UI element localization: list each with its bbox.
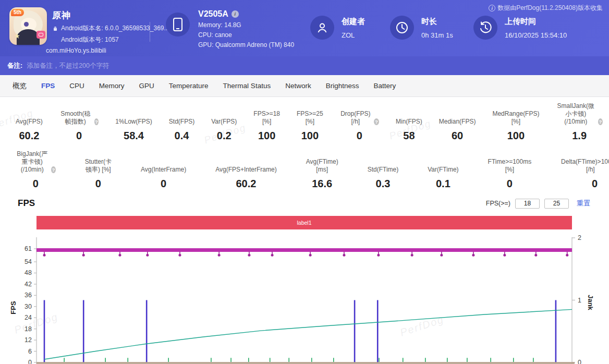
stat-value: 100: [507, 130, 525, 142]
svg-text:0: 0: [578, 359, 581, 364]
stat-value: 0.1: [436, 178, 450, 190]
stat-label: FPS>=18 [%]: [253, 110, 280, 126]
android-icon: [52, 26, 58, 32]
stat-value: 1.9: [572, 130, 587, 142]
tab-brightness[interactable]: Brightness: [319, 82, 367, 90]
stat-label: FTime>=100ms [%]: [488, 158, 532, 174]
tab-battery[interactable]: Battery: [366, 82, 403, 90]
stat-label: Smooth(稳帧指数)?: [59, 110, 99, 126]
fps-drop-dot: [503, 254, 506, 257]
stat-value: 58: [403, 130, 415, 142]
stat-value: 100: [258, 130, 275, 142]
stat-value: 16.6: [312, 178, 332, 190]
series-cumulative-trend: [44, 309, 572, 359]
divider: [150, 22, 150, 42]
stat-min-fps-: Min(FPS)58: [396, 110, 422, 142]
stat-value: 60.2: [236, 178, 256, 190]
svg-text:2: 2: [578, 234, 581, 241]
stat-label: Delta(FTime)>100ms [/h]?: [561, 158, 609, 174]
help-icon[interactable]: ?: [51, 166, 55, 173]
upload-label: 上传时间: [505, 17, 567, 27]
stat-1%low-fps-: 1%Low(FPS)58.4: [115, 110, 152, 142]
fps-jank-chart-canvas[interactable]: PerfDogPerfDog06121824303642485461012FPS…: [0, 229, 609, 364]
help-icon[interactable]: ?: [598, 118, 603, 125]
stat-drop-fps-h-: Drop(FPS) [/h]?0: [340, 110, 379, 142]
device-gpu: GPU: Qualcomm Adreno (TM) 840: [198, 41, 294, 48]
note-bar: 备注:: [0, 56, 609, 75]
svg-text:61: 61: [25, 245, 32, 252]
stat-label: Stutter(卡顿率) [%]: [85, 158, 112, 174]
stat-std-ftime-: Std(FTime)0.3: [368, 158, 399, 190]
note-input[interactable]: [27, 62, 602, 69]
fps-section-header: FPS FPS(>=) 重置: [0, 192, 609, 212]
svg-text:36: 36: [25, 292, 32, 299]
stat-fps-25-%-: FPS>=25 [%]100: [297, 110, 323, 142]
fps-chart: PerfDogPerfDog06121824303642485461012FPS…: [0, 229, 609, 364]
tab-概览[interactable]: 概览: [5, 81, 34, 91]
stat-value: 0: [592, 178, 598, 190]
fps-drop-dot: [566, 254, 568, 257]
stat-delta-ftime-100ms-h-: Delta(FTime)>100ms [/h]?0: [561, 158, 609, 190]
android-version-code: Android版本号: 1057: [61, 35, 119, 44]
stat-smooth-: Smooth(稳帧指数)?0: [59, 110, 99, 142]
fps-drop-dot: [178, 254, 181, 257]
app-package: com.miHoYo.ys.bilibili: [46, 47, 169, 54]
tab-network[interactable]: Network: [278, 82, 319, 90]
info-icon: i: [489, 5, 495, 11]
tab-cpu[interactable]: CPU: [62, 82, 92, 90]
help-icon[interactable]: ?: [374, 118, 379, 125]
android-version-name: Android版本名: 6.0.0_36598533_369...: [61, 24, 169, 33]
fps-drop-dot: [43, 254, 46, 257]
fps-drop-dot: [146, 254, 149, 257]
stat-label: Avg(FPS+InterFrame): [215, 158, 276, 174]
creator-value: ZOL: [342, 31, 365, 39]
tab-temperature[interactable]: Temperature: [162, 82, 216, 90]
stat-label: Var(FTime): [428, 158, 458, 174]
stat-std-fps-: Std(FPS)0.4: [169, 110, 194, 142]
stat-avg-interframe-: Avg(InterFrame)0: [141, 158, 186, 190]
tab-gpu[interactable]: GPU: [132, 82, 162, 90]
stat-value: 60: [452, 130, 463, 142]
device-cpu: CPU: canoe: [198, 31, 294, 39]
tab-memory[interactable]: Memory: [92, 82, 132, 90]
fps-threshold-input-2[interactable]: [544, 199, 569, 209]
fps-drop-dot: [472, 254, 474, 257]
reset-button[interactable]: 重置: [577, 199, 590, 208]
stat-label: Median(FPS): [439, 110, 476, 126]
stat-value: 0.3: [376, 178, 391, 190]
creator-label: 创建者: [342, 17, 365, 27]
stat-avg-ftime-ms-: Avg(FTime) [ms]16.6: [306, 158, 338, 190]
tab-fps[interactable]: FPS: [34, 82, 62, 90]
fps-drop-dot: [411, 254, 413, 257]
stats-summary: PerfDog PerfDog PerfDog Avg(FPS)60.2Smoo…: [0, 97, 609, 192]
tab-thermal-status[interactable]: Thermal Status: [216, 82, 278, 90]
fps-drop-dot: [534, 254, 537, 257]
stat-value: 0.4: [175, 130, 189, 142]
stat-label: Avg(InterFrame): [141, 158, 186, 174]
device-icon: [166, 13, 190, 37]
stat-avg-fps-: Avg(FPS)60.2: [16, 110, 43, 142]
fps-drop-dot: [82, 254, 85, 257]
stat-label: Avg(FTime) [ms]: [306, 158, 338, 174]
stat-label: Var(FPS): [211, 110, 237, 126]
device-info-icon[interactable]: i: [232, 10, 239, 18]
stat-ftime-100ms-%-: FTime>=100ms [%]0: [488, 158, 532, 190]
stat-var-ftime-: Var(FTime)0.1: [428, 158, 458, 190]
stat-value: 0: [357, 130, 362, 142]
stat-label: SmallJank(微小卡顿) (/10min)?: [556, 102, 602, 126]
upload-time-icon: [473, 16, 497, 40]
stats-row-2: BigJank(严重卡顿) (/10min)?0Stutter(卡顿率) [%]…: [16, 150, 609, 190]
stat-value: 0: [76, 130, 82, 142]
stat-value: 0.2: [217, 130, 232, 142]
svg-text:0: 0: [28, 359, 32, 364]
stat-label: Avg(FPS): [16, 110, 43, 126]
duration-value: 0h 31m 1s: [421, 31, 453, 39]
upload-value: 16/10/2025 15:54:10: [505, 31, 567, 39]
chart-legend-label[interactable]: label1: [36, 216, 572, 229]
stat-value: 0: [161, 178, 166, 190]
help-icon[interactable]: ?: [94, 118, 99, 125]
stat-value: 58.4: [124, 130, 144, 142]
fps-threshold-input-1[interactable]: [515, 199, 540, 209]
svg-text:6: 6: [28, 348, 32, 355]
collect-note-text: 数据由PerfDog(11.2.250408)版本收集: [497, 4, 603, 13]
